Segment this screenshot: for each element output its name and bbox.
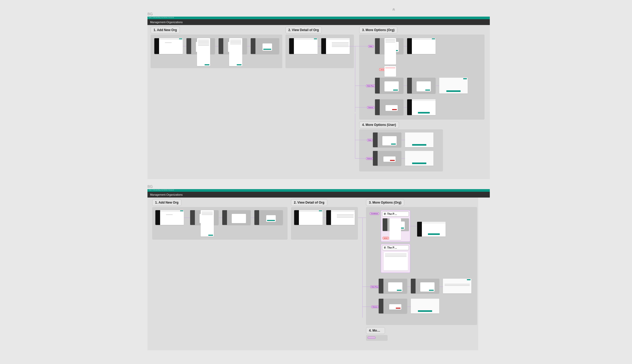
dark-title-text: Management-Organizations [150,21,182,24]
condition-label: If: The P… [382,245,409,250]
screen-thumb[interactable] [411,279,439,293]
design-canvas[interactable]: BG User Onboarding via Admin Account Man… [147,12,490,356]
screen-thumb[interactable] [375,99,403,115]
section-body-add-org [152,207,288,240]
teal-subtitle: User Onboarding via Admin Account [149,17,174,18]
dark-title-bar: Management-Organizations [147,19,490,25]
section-tab-more-org[interactable]: 3. More Options (Org) [359,27,397,33]
screen-thumb[interactable] [405,151,433,166]
screen-thumb[interactable] [384,252,408,270]
flow-label-edit-plan[interactable]: Edit Plan [366,85,376,87]
expand-icon [392,8,395,11]
screen-thumb[interactable] [407,38,436,54]
section-tab-view-detail[interactable]: 2. View Detail of Org [285,27,322,33]
screen-thumb[interactable] [373,151,401,166]
screen-thumb[interactable] [439,78,468,94]
screen-thumb-overflow[interactable] [201,210,214,237]
screen-thumb[interactable] [254,210,283,225]
screen-thumb[interactable] [326,210,355,225]
section-body-view-detail [285,35,354,68]
section-body-more-org: Edit error [359,35,485,120]
section-tab-more-user-collapsed[interactable]: 4. Mo… [366,327,385,334]
section-tab-more-user[interactable]: 4. More Options (User) [359,121,399,128]
section-body-more-user-collapsed [366,335,388,341]
screen-thumb[interactable] [289,38,318,54]
screen-thumb[interactable] [407,78,436,94]
screen-thumb[interactable] [294,210,323,225]
flow-label-delete[interactable]: Delete [367,106,374,109]
teal-subtitle: User Onboarding via Admin Account [149,189,174,191]
section-tab-view-detail[interactable]: 2. View Detail of Org [291,199,327,206]
dark-title-bar: Management-Organizations [147,192,490,198]
teal-header-bar: User Onboarding via Admin Account [147,189,490,192]
main-area-2: 1. Add New Org [147,198,478,350]
board-2: BG User Onboarding via Admin Account Man… [147,184,490,350]
screen-thumb-overflow[interactable] [389,218,401,240]
condition-box[interactable]: If: The P… error [381,210,410,242]
screen-thumb[interactable] [379,279,407,293]
screen-thumb[interactable] [321,38,350,54]
flow-label-edit-plan[interactable]: Edit Plan [370,286,380,288]
flow-label-delete[interactable]: Delete [366,157,373,160]
main-area-1: 1. Add New Org [147,25,490,179]
screen-thumb[interactable] [155,210,184,225]
flow-label-error[interactable]: error [383,237,389,239]
screen-thumb-overflow[interactable] [384,38,396,65]
screen-thumb-overflow[interactable] [197,38,210,66]
board-label: BG [147,184,490,189]
screen-thumb[interactable] [407,99,436,115]
section-body-add-org [151,35,282,68]
condition-box[interactable]: If: The P… [381,244,410,273]
screen-thumb-error[interactable] [384,66,396,77]
screen-thumb[interactable] [405,132,433,147]
board-label: BG [147,12,490,16]
screen-thumb[interactable] [154,38,183,54]
section-tab-add-org[interactable]: 1. Add New Org [152,199,181,206]
screen-thumb[interactable] [375,78,403,94]
section-tab-more-org[interactable]: 3. More Options (Org) [366,199,404,206]
condition-label: If: The P… [382,211,409,217]
screen-thumb[interactable] [251,38,279,54]
section-body-more-user: Edit Delete [359,129,443,171]
dark-title-text: Management-Organizations [150,193,182,196]
flow-label-edit[interactable]: Edit [368,45,374,48]
screen-thumb[interactable] [379,299,407,313]
screen-thumb[interactable] [417,222,446,237]
screen-thumb-overflow[interactable] [229,38,242,66]
section-body-view-detail [291,207,358,240]
flow-label-delete[interactable]: Delete [371,306,379,308]
screen-thumb[interactable] [411,299,439,313]
screen-thumb[interactable] [443,279,471,293]
flow-label-edit[interactable]: Edit [367,139,373,141]
board-1: BG User Onboarding via Admin Account Man… [147,12,490,179]
screen-thumb[interactable] [373,132,401,147]
section-tab-add-org[interactable]: 1. Add New Org [151,27,180,33]
teal-header-bar: User Onboarding via Admin Account [147,17,490,19]
section-body-more-org: Continue If: The P… error [366,207,477,325]
flow-label-continue[interactable]: Continue [370,212,379,215]
screen-thumb[interactable] [222,210,251,225]
flow-label-stub[interactable] [368,337,376,339]
